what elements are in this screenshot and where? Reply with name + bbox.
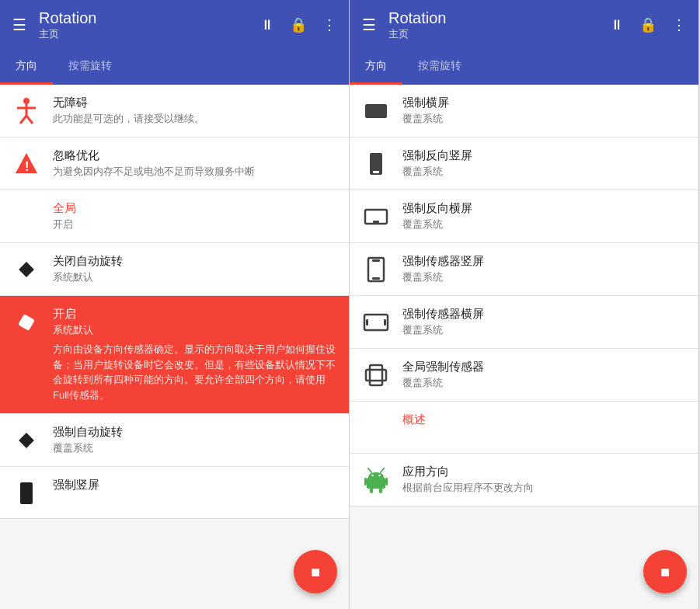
force-sensor-portrait-text: 强制传感器竖屏 覆盖系统 — [402, 254, 686, 284]
force-rev-portrait-title: 强制反向竖屏 — [402, 148, 686, 163]
svg-rect-30 — [385, 478, 388, 485]
list-item-overview[interactable]: 概述 — [350, 402, 698, 454]
left-tabs: 方向 按需旋转 — [0, 50, 349, 85]
left-app-title: Rotation — [39, 9, 260, 27]
right-menu-icon[interactable]: ☰ — [362, 16, 376, 34]
left-lock-icon[interactable]: 🔒 — [290, 16, 307, 33]
app-direction-title: 应用方向 — [402, 465, 686, 479]
svg-line-4 — [26, 116, 33, 124]
svg-rect-9 — [19, 433, 34, 448]
list-item-full-force-sensor[interactable]: 全局强制传感器 覆盖系统 — [350, 349, 698, 402]
portrait-filled-svg — [368, 151, 384, 176]
force-sensor-landscape-title: 强制传感器横屏 — [402, 307, 686, 322]
right-pause-icon[interactable]: ⏸ — [610, 17, 624, 33]
force-landscape-icon — [362, 97, 390, 125]
svg-rect-31 — [370, 488, 373, 493]
android-svg — [364, 467, 388, 493]
left-tab-auto[interactable]: 按需旋转 — [53, 50, 127, 85]
list-item-force-sensor-landscape[interactable]: 强制传感器横屏 覆盖系统 — [350, 296, 698, 349]
left-fab-icon: ■ — [311, 563, 320, 581]
svg-line-24 — [368, 468, 371, 472]
right-more-icon[interactable]: ⋮ — [672, 16, 686, 33]
right-fab[interactable]: ■ — [643, 550, 687, 593]
list-item-force-portrait[interactable]: 强制竖屏 — [0, 467, 349, 519]
svg-point-27 — [378, 475, 381, 477]
landscape-sensor-svg — [363, 313, 389, 332]
svg-rect-10 — [20, 482, 33, 504]
right-tabs: 方向 按需旋转 — [350, 50, 698, 85]
right-panel-content: ☰ Rotation 主页 ⏸ 🔒 ⋮ 方向 按需旋转 — [350, 0, 699, 609]
right-tab-auto[interactable]: 按需旋转 — [402, 50, 477, 85]
overview-title: 概述 — [402, 412, 686, 427]
left-more-icon[interactable]: ⋮ — [322, 16, 336, 33]
list-item-force-auto[interactable]: 强制自动旋转 覆盖系统 — [0, 414, 349, 467]
right-app-title: Rotation — [388, 9, 610, 27]
right-fab-icon: ■ — [660, 563, 670, 581]
svg-rect-23 — [370, 365, 382, 385]
disable-auto-icon — [12, 256, 40, 284]
ignore-opt-subtitle: 为避免因内存不足或电池不足而导致服务中断 — [53, 165, 336, 179]
svg-line-3 — [20, 116, 26, 124]
list-item-ignore-opt[interactable]: ! 忽略优化 为避免因内存不足或电池不足而导致服务中断 — [0, 137, 349, 190]
global-icon-placeholder — [12, 203, 40, 231]
android-icon — [362, 466, 390, 494]
left-menu-icon[interactable]: ☰ — [12, 16, 26, 34]
svg-rect-21 — [384, 319, 386, 325]
svg-text:!: ! — [25, 160, 29, 173]
list-item-disable-auto[interactable]: 关闭自动旋转 系统默认 — [0, 243, 349, 296]
app-direction-subtitle: 根据前台应用程序不更改方向 — [402, 481, 686, 495]
force-sensor-landscape-subtitle: 覆盖系统 — [402, 323, 686, 337]
list-item-enable[interactable]: 开启 系统默认 方向由设备方向传感器确定。显示的方向取决于用户如何握住设备；当用… — [0, 296, 349, 414]
force-portrait-icon — [12, 479, 40, 507]
enable-icon — [12, 308, 40, 336]
svg-rect-7 — [19, 262, 34, 277]
force-sensor-portrait-icon — [362, 256, 390, 284]
list-item-force-rev-portrait[interactable]: 强制反向竖屏 覆盖系统 — [350, 137, 698, 190]
svg-rect-11 — [365, 104, 387, 118]
right-lock-icon[interactable]: 🔒 — [639, 16, 656, 33]
enable-title: 开启 — [53, 307, 336, 322]
portrait-sensor-svg — [367, 256, 385, 283]
force-auto-subtitle: 覆盖系统 — [53, 441, 336, 455]
full-force-sensor-subtitle: 覆盖系统 — [402, 376, 686, 390]
force-portrait-text: 强制竖屏 — [53, 478, 336, 494]
list-item-force-landscape[interactable]: 强制横屏 覆盖系统 — [350, 85, 698, 137]
enable-text: 开启 系统默认 方向由设备方向传感器确定。显示的方向取决于用户如何握住设备；当用… — [53, 307, 336, 402]
svg-rect-28 — [367, 478, 385, 489]
left-pause-icon[interactable]: ⏸ — [260, 17, 274, 33]
left-fab[interactable]: ■ — [294, 550, 337, 593]
disable-auto-text: 关闭自动旋转 系统默认 — [53, 254, 336, 284]
force-rev-landscape-text: 强制反向横屏 覆盖系统 — [402, 201, 686, 231]
list-item-global[interactable]: 全局 开启 — [0, 190, 349, 243]
right-app-subtitle: 主页 — [388, 27, 610, 41]
svg-rect-15 — [373, 221, 379, 223]
list-item-accessibility[interactable]: 无障碍 此功能是可选的，请接受以继续。 — [0, 85, 349, 137]
force-sensor-landscape-text: 强制传感器横屏 覆盖系统 — [402, 307, 686, 337]
force-auto-title: 强制自动旋转 — [53, 425, 336, 440]
list-item-force-rev-landscape[interactable]: 强制反向横屏 覆盖系统 — [350, 190, 698, 243]
svg-line-25 — [381, 468, 384, 472]
force-landscape-subtitle: 覆盖系统 — [402, 112, 686, 126]
list-item-force-sensor-portrait[interactable]: 强制传感器竖屏 覆盖系统 — [350, 243, 698, 296]
left-title-group: Rotation 主页 — [39, 9, 260, 41]
right-header: ☰ Rotation 主页 ⏸ 🔒 ⋮ — [350, 0, 698, 50]
global-title: 全局 — [53, 201, 336, 216]
warning-svg: ! — [14, 151, 39, 176]
left-tab-direction[interactable]: 方向 — [0, 50, 53, 85]
force-rev-landscape-subtitle: 覆盖系统 — [402, 218, 686, 231]
portrait-svg — [16, 481, 37, 506]
diamond2-svg — [16, 430, 37, 451]
accessibility-subtitle: 此功能是可选的，请接受以继续。 — [53, 112, 336, 126]
force-rev-landscape-title: 强制反向横屏 — [402, 201, 686, 216]
overview-text: 概述 — [402, 412, 686, 429]
accessibility-title: 无障碍 — [53, 96, 336, 110]
diamond-svg — [16, 259, 37, 280]
right-tab-direction[interactable]: 方向 — [350, 50, 402, 85]
list-item-app-direction[interactable]: 应用方向 根据前台应用程序不更改方向 — [350, 454, 698, 506]
full-sensor-icon — [362, 361, 390, 389]
force-auto-text: 强制自动旋转 覆盖系统 — [53, 425, 336, 455]
svg-rect-18 — [372, 277, 380, 280]
ignore-opt-title: 忽略优化 — [53, 148, 336, 163]
svg-rect-13 — [373, 171, 379, 173]
left-panel: ☰ Rotation 主页 ⏸ 🔒 ⋮ 方向 按需旋转 — [0, 0, 350, 609]
